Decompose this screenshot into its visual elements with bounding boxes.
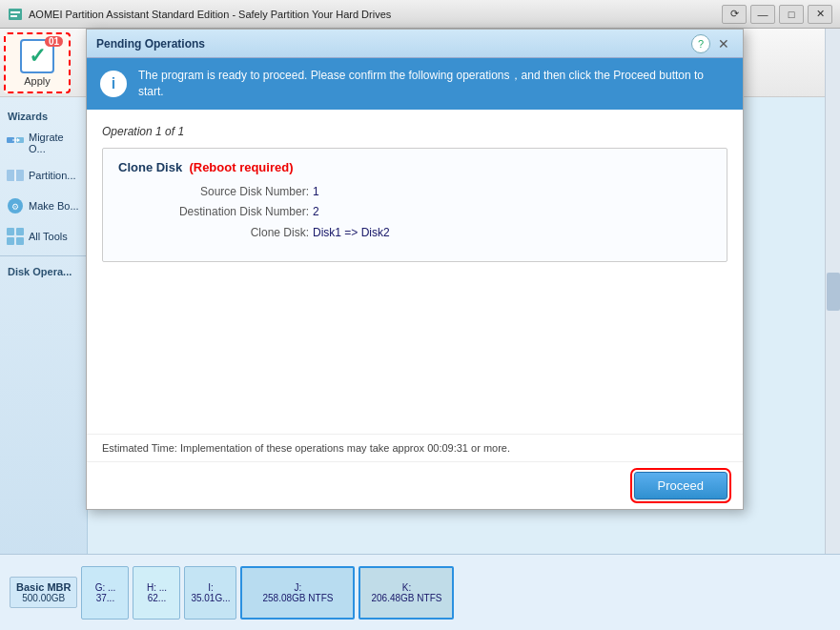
partition-j-size: 258.08GB NTFS — [263, 593, 334, 603]
partition-k-size: 206.48GB NTFS — [372, 593, 442, 603]
pending-operations-dialog: Pending Operations ? ✕ i The program is … — [86, 29, 744, 510]
right-scrollbar[interactable] — [825, 29, 840, 554]
sidebar-item-make-bootable[interactable]: ⚙ Make Bo... — [0, 191, 87, 221]
partition-g-label: G: ... — [95, 582, 116, 593]
dialog-footer: Proceed — [87, 461, 743, 509]
sidebar: Wizards Migrate O... Partition... ⚙ Make… — [0, 97, 88, 630]
sidebar-item-partition[interactable]: Partition... — [0, 160, 87, 191]
info-icon: i — [100, 71, 127, 97]
estimated-time: Estimated Time: Implementation of these … — [87, 434, 743, 461]
op-detail-clone: Clone Disk: Disk1 => Disk2 — [147, 223, 711, 244]
op-source-value: 1 — [313, 182, 319, 203]
dialog-title: Pending Operations — [96, 37, 691, 51]
op-clone-label: Clone Disk: — [147, 223, 309, 244]
disk-operations-section: Disk Opera... — [0, 260, 87, 281]
svg-text:⚙: ⚙ — [11, 202, 19, 212]
partition-g-size: 37... — [95, 593, 116, 603]
restore-btn[interactable]: ⟳ — [722, 5, 747, 24]
minimize-btn[interactable]: — — [750, 5, 775, 24]
partition-g[interactable]: G: ... 37... — [81, 566, 129, 620]
sidebar-item-all-tools[interactable]: All Tools — [0, 221, 87, 252]
sidebar-item-all-tools-label: All Tools — [29, 231, 68, 242]
partition-h-size: 62... — [147, 593, 167, 603]
title-bar: AOMEI Partition Assistant Standard Editi… — [0, 0, 840, 29]
info-text: The program is ready to proceed. Please … — [138, 68, 729, 100]
op-details: Source Disk Number: 1 Destination Disk N… — [147, 182, 711, 244]
window-controls: ⟳ — □ ✕ — [722, 5, 832, 24]
apply-button[interactable]: 01 ✓ Apply — [4, 32, 71, 93]
svg-rect-41 — [16, 237, 24, 245]
make-bootable-sidebar-icon: ⚙ — [6, 196, 25, 215]
op-counter: Operation 1 of 1 — [102, 125, 727, 138]
dialog-body: Operation 1 of 1 Clone Disk (Reboot requ… — [87, 110, 743, 434]
apply-badge: 01 — [45, 36, 63, 47]
partition-h-label: H: ... — [147, 582, 167, 593]
disk-panel: Basic MBR 500.00GB G: ... 37... H: ... 6… — [0, 554, 840, 630]
sidebar-item-migrate[interactable]: Migrate O... — [0, 126, 87, 160]
sidebar-item-partition-label: Partition... — [29, 170, 76, 181]
disk-size: 500.00GB — [16, 593, 71, 603]
sidebar-item-migrate-label: Migrate O... — [29, 132, 81, 154]
disk-label: Basic MBR 500.00GB — [10, 577, 77, 608]
partition-k-label: K: — [372, 582, 442, 593]
apply-label: Apply — [24, 75, 51, 87]
op-title: Clone Disk (Reboot required) — [118, 160, 711, 174]
window-title: AOMEI Partition Assistant Standard Editi… — [29, 9, 722, 20]
partition-i[interactable]: I: 35.01G... — [184, 566, 236, 620]
app-icon — [8, 7, 23, 22]
op-title-text: Clone Disk — [118, 160, 182, 174]
op-clone-value: Disk1 => Disk2 — [313, 223, 390, 244]
op-detail-dest: Destination Disk Number: 2 — [147, 202, 711, 223]
close-btn[interactable]: ✕ — [808, 5, 832, 24]
op-dest-label: Destination Disk Number: — [147, 202, 309, 223]
dialog-info-bar: i The program is ready to proceed. Pleas… — [87, 58, 743, 110]
partition-k[interactable]: K: 206.48GB NTFS — [359, 566, 454, 620]
scrollbar-thumb[interactable] — [827, 273, 840, 311]
op-reboot-text: (Reboot required) — [189, 160, 293, 174]
svg-rect-40 — [7, 237, 14, 245]
migrate-os-sidebar-icon — [6, 133, 25, 152]
disk-name: Basic MBR — [16, 581, 71, 593]
op-source-label: Source Disk Number: — [147, 182, 309, 203]
svg-rect-1 — [10, 11, 20, 13]
all-tools-sidebar-icon — [6, 227, 25, 246]
maximize-btn[interactable]: □ — [779, 5, 804, 24]
svg-rect-39 — [16, 228, 24, 235]
sidebar-item-make-bootable-label: Make Bo... — [29, 200, 79, 212]
dialog-help-btn[interactable]: ? — [691, 34, 710, 53]
partition-i-label: I: — [191, 582, 230, 593]
partition-h[interactable]: H: ... 62... — [133, 566, 180, 620]
proceed-button[interactable]: Proceed — [634, 472, 727, 499]
op-detail-source: Source Disk Number: 1 — [147, 182, 711, 203]
partition-j-label: J: — [263, 582, 334, 593]
svg-rect-38 — [7, 228, 14, 235]
svg-rect-0 — [9, 9, 22, 20]
op-box: Clone Disk (Reboot required) Source Disk… — [102, 148, 727, 262]
wizards-section: Wizards — [0, 105, 87, 126]
partition-sidebar-icon — [6, 166, 25, 185]
partition-i-size: 35.01G... — [191, 593, 230, 603]
svg-rect-2 — [10, 15, 17, 17]
partition-j[interactable]: J: 258.08GB NTFS — [240, 566, 355, 620]
op-dest-value: 2 — [313, 202, 319, 223]
dialog-titlebar: Pending Operations ? ✕ — [87, 30, 743, 58]
dialog-close-btn[interactable]: ✕ — [714, 34, 733, 53]
